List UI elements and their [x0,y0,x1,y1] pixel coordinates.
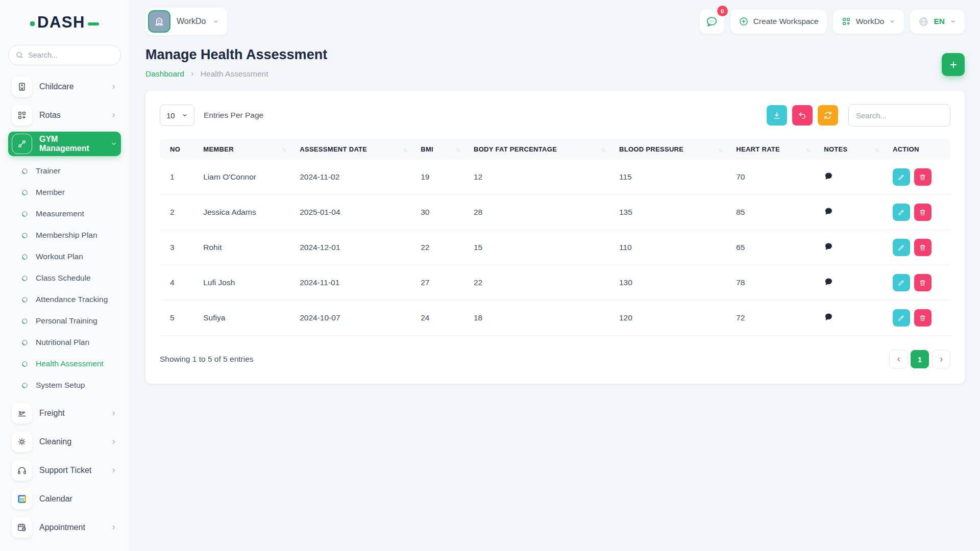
language-button[interactable]: EN [910,10,965,34]
ring-icon [21,360,29,368]
export-button[interactable] [767,105,787,126]
sidebar-item-freight[interactable]: Freight [8,401,121,425]
chat-filled-icon [824,312,833,321]
sidebar-subitem-label: Measurement [36,209,84,218]
row-assessment-date: 2025-01-04 [292,195,413,230]
refresh-button[interactable] [818,105,838,126]
pagination-next-button[interactable] [932,350,950,368]
sidebar-item-support-ticket[interactable]: Support Ticket [8,458,121,483]
page-header: Manage Health Assessment Dashboard Healt… [145,47,965,79]
ring-icon [21,231,29,239]
row-blood-pressure: 130 [612,265,729,300]
notes-button[interactable] [824,207,833,216]
page-size-select[interactable]: 10 [160,105,194,126]
table-row: 4Lufi Josh2024-11-01272213078 [160,265,950,300]
sidebar-item-rotas[interactable]: Rotas [8,103,121,128]
row-body-fat-percentage: 15 [467,230,612,265]
sidebar-subitem-system-setup[interactable]: System Setup [8,374,121,396]
logo-dot [30,21,35,26]
sidebar-search-input[interactable] [28,51,124,59]
sidebar-item-appointment[interactable]: Appointment [8,515,121,540]
sidebar-item-label: Calendar [39,494,117,504]
workdo-menu-button[interactable]: WorkDo [833,10,904,34]
row-action [886,195,950,230]
column-header-body-fat-percentage[interactable]: BODY FAT PERCENTAGE↑↓ [467,139,612,160]
row-blood-pressure: 115 [612,160,729,195]
row-notes [817,300,886,336]
delete-button[interactable] [914,309,932,327]
pagination-page-1[interactable]: 1 [911,350,929,368]
edit-button[interactable] [893,274,910,291]
chevron-down-icon [889,18,896,25]
edit-button[interactable] [893,309,910,327]
sidebar-search[interactable] [8,45,121,65]
breadcrumb-dashboard-link[interactable]: Dashboard [145,69,184,79]
sidebar-item-gym-management[interactable]: GYM Management [8,132,121,156]
sidebar-item-label: Support Ticket [39,466,103,475]
delete-button[interactable] [914,239,932,256]
chat-filled-icon [824,242,833,251]
row-heart-rate: 72 [729,300,817,336]
sidebar-subitem-label: Attendance Tracking [36,295,108,304]
column-header-bmi[interactable]: BMI↑↓ [413,139,467,160]
column-header-blood-pressure[interactable]: BLOOD PRESSURE↑↓ [612,139,729,160]
headphones-icon [12,460,32,481]
create-workspace-button[interactable]: Create Workspace [730,10,827,34]
row-blood-pressure: 110 [612,230,729,265]
ring-icon [21,338,29,346]
refresh-icon [823,111,832,120]
column-header-notes[interactable]: NOTES↑↓ [817,139,886,160]
ring-icon [21,253,29,261]
notes-button[interactable] [824,242,833,251]
sidebar-subitem-label: Class Schedule [36,273,91,283]
sidebar-subitem-label: System Setup [36,381,85,390]
chat-dots-icon [705,15,718,28]
toolbar-actions [767,104,950,127]
row-heart-rate: 78 [729,265,817,300]
table-search-input[interactable] [848,104,950,127]
notes-button[interactable] [824,171,833,181]
column-header-assessment-date[interactable]: ASSESSMENT DATE↑↓ [292,139,413,160]
column-header-heart-rate[interactable]: HEART RATE↑↓ [729,139,817,160]
back-button[interactable] [792,105,813,126]
edit-button[interactable] [893,239,910,256]
sidebar-item-calendar[interactable]: 31Calendar [8,487,121,511]
table-row: 5Sufiya2024-10-07241812072 [160,300,950,336]
sidebar-subitem-label: Nutritional Plan [36,338,89,347]
chevron-right-icon [110,83,117,90]
sidebar-subitem-workout-plan[interactable]: Workout Plan [8,246,121,267]
delete-button[interactable] [914,274,932,291]
row-action [886,300,950,336]
sidebar-subitem-attendance-tracking[interactable]: Attendance Tracking [8,289,121,310]
sidebar-subitem-health-assessment[interactable]: Health Assessment [8,353,121,374]
delete-button[interactable] [914,168,932,186]
add-assessment-button[interactable] [942,53,965,76]
sidebar-subitem-measurement[interactable]: Measurement [8,203,121,224]
notes-button[interactable] [824,312,833,321]
delete-button[interactable] [914,204,932,221]
row-member: Liam O'Connor [196,160,292,195]
ring-icon [21,167,29,175]
row-no: 3 [160,230,196,265]
messages-button[interactable]: 0 [700,9,724,34]
pagination-prev-button[interactable] [889,350,908,368]
edit-button[interactable] [893,204,910,221]
sidebar-subitem-class-schedule[interactable]: Class Schedule [8,267,121,289]
row-blood-pressure: 120 [612,300,729,336]
sort-arrows-icon: ↑↓ [456,146,459,153]
sort-arrows-icon: ↑↓ [282,146,285,153]
sidebar-item-cleaning[interactable]: Cleaning [8,430,121,454]
sidebar-subitem-nutritional-plan[interactable]: Nutritional Plan [8,332,121,353]
sidebar-item-childcare[interactable]: Childcare [8,74,121,99]
topbar: WorkDo 0 Create Workspace [145,7,965,36]
sun-icon [12,432,32,452]
workspace-selector[interactable]: WorkDo [145,8,227,35]
sidebar-subitem-membership-plan[interactable]: Membership Plan [8,224,121,246]
notes-button[interactable] [824,277,833,286]
sidebar-nav: ChildcareRotasGYM ManagementTrainerMembe… [8,74,121,540]
edit-button[interactable] [893,168,910,186]
sidebar-subitem-personal-training[interactable]: Personal Training [8,310,121,332]
sidebar-subitem-trainer[interactable]: Trainer [8,160,121,182]
column-header-member[interactable]: MEMBER↑↓ [196,139,292,160]
sidebar-subitem-member[interactable]: Member [8,182,121,203]
